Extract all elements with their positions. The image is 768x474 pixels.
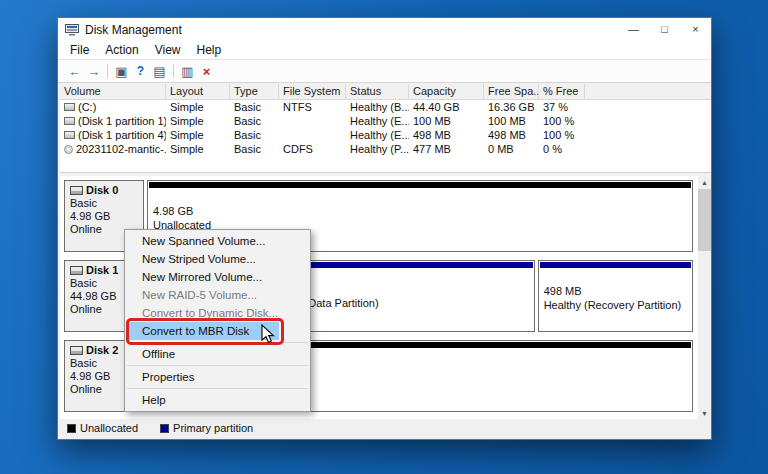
scrollbar-thumb[interactable]: [698, 189, 711, 251]
column-capacity[interactable]: Capacity: [409, 84, 484, 100]
maximize-button[interactable]: □: [649, 18, 680, 41]
cell-capacity: 477 MB: [409, 143, 484, 155]
legend-unallocated: Unallocated: [67, 422, 138, 434]
volume-name: (Disk 1 partition 1): [78, 115, 166, 127]
menu-action[interactable]: Action: [97, 43, 146, 57]
disk-1-partition-recovery[interactable]: 498 MB Healthy (Recovery Partition): [538, 260, 693, 332]
menu-separator: [127, 342, 308, 343]
cell-free-space: 100 MB: [484, 115, 539, 127]
menu-item-new-mirrored-volume[interactable]: New Mirrored Volume...: [125, 268, 310, 286]
volume-row-disk1-part4[interactable]: (Disk 1 partition 4) Simple Basic Health…: [60, 128, 711, 142]
partition-status: Healthy (Recovery Partition): [544, 299, 687, 313]
scroll-up-icon[interactable]: ▲: [698, 176, 711, 189]
close-button[interactable]: ×: [680, 18, 711, 41]
toolbar: ← → ▣ ? ▤ ▥ ×: [58, 60, 711, 83]
drive-icon: [64, 131, 75, 139]
disk-kind: Basic: [70, 197, 143, 210]
unallocated-swatch: [67, 424, 76, 433]
menu-file[interactable]: File: [62, 43, 97, 57]
window-controls: — □ ×: [618, 18, 711, 41]
cell-type: Basic: [230, 143, 279, 155]
hard-disk-icon: [70, 186, 83, 195]
titlebar[interactable]: Disk Management — □ ×: [58, 18, 711, 41]
volume-row-cdrom[interactable]: 20231102-mantic-... Simple Basic CDFS He…: [60, 142, 711, 156]
cd-icon: [64, 145, 73, 154]
help-icon[interactable]: ?: [131, 64, 150, 78]
menu-item-convert-to-dynamic-disk: Convert to Dynamic Disk...: [125, 304, 310, 322]
column-pct-free[interactable]: % Free: [539, 84, 585, 100]
cell-capacity: 498 MB: [409, 129, 484, 141]
disk-name: Disk 0: [86, 184, 118, 197]
column-file-system[interactable]: File System: [279, 84, 346, 100]
menu-separator: [127, 388, 308, 389]
delete-icon[interactable]: ×: [197, 64, 216, 79]
hard-disk-icon: [70, 346, 83, 355]
volume-row-c[interactable]: (C:) Simple Basic NTFS Healthy (B... 44.…: [60, 100, 711, 114]
cell-type: Basic: [230, 101, 279, 113]
minimize-button[interactable]: —: [618, 18, 649, 41]
menu-help[interactable]: Help: [189, 43, 230, 57]
legend-primary-partition: Primary partition: [160, 422, 253, 434]
column-type[interactable]: Type: [230, 84, 279, 100]
menu-item-convert-to-mbr-disk[interactable]: Convert to MBR Disk: [125, 322, 310, 340]
primary-partition-swatch: [160, 424, 169, 433]
cell-layout: Simple: [166, 143, 230, 155]
column-filler: [585, 84, 711, 100]
menu-separator: [127, 365, 308, 366]
column-volume[interactable]: Volume: [60, 84, 166, 100]
legend-bar: Unallocated Primary partition: [60, 419, 711, 437]
disk-name: Disk 1: [86, 264, 118, 277]
drive-icon: [64, 117, 75, 125]
cell-layout: Simple: [166, 129, 230, 141]
hard-disk-icon: [70, 266, 83, 275]
disk-view-icon[interactable]: ▥: [178, 64, 197, 79]
vertical-scrollbar[interactable]: ▲ ▼: [698, 176, 711, 420]
back-icon[interactable]: ←: [65, 64, 84, 79]
cell-status: Healthy (E...: [346, 129, 409, 141]
partition-size: 498 MB: [544, 285, 687, 299]
cell-capacity: 100 MB: [409, 115, 484, 127]
forward-icon[interactable]: →: [84, 64, 103, 79]
legend-label: Unallocated: [80, 422, 138, 434]
menu-item-offline[interactable]: Offline: [125, 345, 310, 363]
volume-name: (C:): [78, 101, 96, 113]
cell-pct-free: 100 %: [539, 115, 585, 127]
menu-bar: File Action View Help: [58, 41, 711, 60]
cell-free-space: 498 MB: [484, 129, 539, 141]
disk-management-icon: [65, 24, 79, 36]
legend-label: Primary partition: [173, 422, 253, 434]
cell-type: Basic: [230, 129, 279, 141]
cell-layout: Simple: [166, 101, 230, 113]
console-window-icon[interactable]: ▣: [112, 64, 131, 79]
cell-file-system: NTFS: [279, 101, 346, 113]
disk-management-window: Disk Management — □ × File Action View H…: [57, 17, 712, 440]
disk-name: Disk 2: [86, 344, 118, 357]
volume-row-disk1-part1[interactable]: (Disk 1 partition 1) Simple Basic Health…: [60, 114, 711, 128]
partition-size: 4.98 GB: [153, 205, 687, 219]
menu-item-new-striped-volume[interactable]: New Striped Volume...: [125, 250, 310, 268]
drive-icon: [64, 103, 75, 111]
cell-free-space: 16.36 GB: [484, 101, 539, 113]
disk-size: 4.98 GB: [70, 210, 143, 223]
menu-item-new-raid5-volume: New RAID-5 Volume...: [125, 286, 310, 304]
context-menu: New Spanned Volume... New Striped Volume…: [124, 229, 311, 412]
cell-capacity: 44.40 GB: [409, 101, 484, 113]
column-status[interactable]: Status: [346, 84, 409, 100]
toolbar-separator: [173, 64, 174, 78]
menu-item-new-spanned-volume[interactable]: New Spanned Volume...: [125, 232, 310, 250]
column-free-space[interactable]: Free Spa...: [484, 84, 539, 100]
toolbar-separator: [107, 64, 108, 78]
cell-pct-free: 100 %: [539, 129, 585, 141]
window-title: Disk Management: [85, 23, 182, 37]
cell-type: Basic: [230, 115, 279, 127]
cell-status: Healthy (B...: [346, 101, 409, 113]
menu-item-properties[interactable]: Properties: [125, 368, 310, 386]
column-layout[interactable]: Layout: [166, 84, 230, 100]
cell-free-space: 0 MB: [484, 143, 539, 155]
cell-pct-free: 37 %: [539, 101, 585, 113]
menu-view[interactable]: View: [147, 43, 189, 57]
cell-layout: Simple: [166, 115, 230, 127]
menu-item-help[interactable]: Help: [125, 391, 310, 409]
details-view-icon[interactable]: ▤: [150, 64, 169, 79]
cell-pct-free: 0 %: [539, 143, 585, 155]
